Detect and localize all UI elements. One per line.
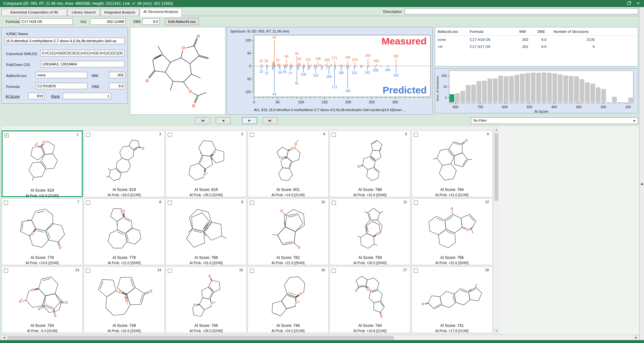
card-checkbox[interactable] bbox=[4, 201, 8, 205]
dbe-input[interactable] bbox=[142, 18, 160, 25]
col-header-formula[interactable]: Formula bbox=[470, 30, 483, 33]
tab-integrated-analysis[interactable]: Integrated Analysis bbox=[100, 9, 139, 16]
structure-card[interactable]: 5OAI Score: 788AI Prob. +31.6 [20/40] bbox=[329, 130, 411, 197]
table-header-separator bbox=[435, 35, 638, 36]
svg-text:100: 100 bbox=[245, 90, 251, 94]
svg-text:242: 242 bbox=[365, 54, 371, 57]
col-header-adduct-loss[interactable]: Adduct/Loss bbox=[438, 30, 458, 33]
molecule-structure: O bbox=[336, 205, 404, 252]
histogram-bar bbox=[569, 76, 573, 102]
structure-card[interactable]: 7OOAI Score: 776AI Prob. +14.6 [22/40] bbox=[2, 198, 83, 265]
compound-window: Compound (ID: 093, RT: 21.96 min, Area: … bbox=[0, 0, 644, 343]
structure-card[interactable]: 11OAI Score: 759AI Prob. +26.0 [20/40] bbox=[329, 198, 411, 265]
structure-card[interactable]: 10OOAI Score: 762AI Prob. +21.9 [25/40] bbox=[248, 198, 329, 265]
svg-text:115: 115 bbox=[306, 58, 311, 62]
scroll-down-icon[interactable]: ▼ bbox=[494, 328, 499, 334]
histogram-bar bbox=[628, 98, 633, 102]
histogram-bar bbox=[558, 74, 563, 102]
pubchem-cid-input[interactable] bbox=[40, 61, 125, 67]
horizontal-scrollbar[interactable]: ◀ ▶ bbox=[1, 335, 639, 340]
svg-text:50: 50 bbox=[276, 100, 279, 104]
tab-elemental-composition[interactable]: Elemental Composition of IM bbox=[1, 9, 67, 16]
mz-input[interactable] bbox=[90, 18, 126, 25]
svg-text:O: O bbox=[213, 150, 216, 154]
card-checkbox[interactable] bbox=[332, 201, 336, 205]
first-page-button[interactable]: |◀ bbox=[195, 117, 210, 124]
structure-card[interactable]: 8OAI Score: 776AI Prob. +11.0 [20/40] bbox=[84, 198, 165, 265]
card-rank-number: 1 bbox=[77, 133, 79, 137]
previous-page-button[interactable]: ◀ bbox=[216, 117, 231, 124]
card-checkbox[interactable] bbox=[86, 133, 90, 137]
tab-ai-structural-analysis[interactable]: AI Structural Analysis bbox=[140, 8, 182, 17]
structure-card[interactable]: 3OOOAI Score: 816AI Prob. +26.0 [22/40] bbox=[166, 130, 247, 197]
col-header-mw[interactable]: MW bbox=[519, 30, 526, 33]
card-checkbox[interactable] bbox=[168, 201, 172, 205]
structure-card[interactable]: 16OOOAI Score: 746AI Prob. +24.2 [21/40] bbox=[248, 266, 329, 333]
structure-card[interactable]: 15OOOAI Score: 748AI Prob. +26.0 [22/40] bbox=[166, 266, 247, 333]
svg-text:302: 302 bbox=[393, 54, 399, 58]
ai-score-box[interactable] bbox=[28, 93, 45, 99]
structure-card[interactable]: 17OOOAI Score: 744AI Prob. +15.8 [21/40] bbox=[329, 266, 411, 333]
horizontal-scroll-thumb[interactable] bbox=[7, 336, 394, 340]
structure-card[interactable]: 14OOOAI Score: 749AI Prob. +31.6 [23/40] bbox=[84, 266, 165, 333]
col-header-num-structures[interactable]: Number of Structures bbox=[554, 30, 589, 33]
vertical-scroll-thumb[interactable] bbox=[494, 133, 498, 201]
structure-card[interactable]: 6OAI Score: 784AI Prob. +31.6 [21/40] bbox=[412, 130, 493, 197]
card-checkbox[interactable] bbox=[86, 269, 90, 273]
scroll-left-icon[interactable]: ◀ bbox=[1, 335, 7, 340]
detail-formula-input[interactable] bbox=[36, 83, 87, 89]
card-ai-prob: AI Prob. -5.4 [21/40] bbox=[2, 329, 82, 333]
ai-score-histogram-plot[interactable]: 110100800700600500400300200100AI Score bbox=[435, 69, 638, 113]
structure-card[interactable]: ✓1OOAI Score: 819AI Prob. +31.6 [21/40] bbox=[2, 130, 83, 197]
card-checkbox[interactable] bbox=[332, 133, 336, 137]
iupac-name-input[interactable] bbox=[5, 38, 125, 44]
card-checkbox-checked[interactable]: ✓ bbox=[5, 133, 9, 138]
maximize-button[interactable] bbox=[625, 1, 632, 6]
next-page-button[interactable]: ▶ bbox=[242, 117, 257, 124]
svg-text:260: 260 bbox=[374, 59, 379, 63]
adduct-loss-input[interactable] bbox=[36, 72, 87, 78]
filter-dropdown[interactable]: No Filter bbox=[471, 117, 638, 124]
card-checkbox[interactable] bbox=[414, 269, 418, 273]
card-checkbox[interactable] bbox=[414, 201, 418, 205]
molecule-structure: OO bbox=[255, 205, 322, 252]
svg-text:1: 1 bbox=[445, 96, 447, 100]
rank-box[interactable] bbox=[63, 93, 111, 99]
rank-link[interactable]: Rank bbox=[51, 94, 60, 98]
detail-dbe-box[interactable] bbox=[109, 83, 125, 89]
last-page-button[interactable]: ▶| bbox=[263, 117, 278, 124]
card-checkbox[interactable] bbox=[250, 201, 254, 205]
structure-card[interactable]: 2OAI Score: 819AI Prob. +26.0 [21/40] bbox=[84, 130, 165, 197]
grid-vertical-scrollbar[interactable]: ▲ ▼ bbox=[493, 127, 499, 334]
close-button[interactable]: × bbox=[634, 0, 643, 7]
structure-card[interactable]: 13OOOOOAI Score: 754AI Prob. -5.4 [21/40… bbox=[2, 266, 83, 333]
description-input[interactable] bbox=[404, 8, 638, 14]
structure-card[interactable]: 9AI Score: 768AI Prob. +31.6 [22/40] bbox=[166, 198, 247, 265]
card-checkbox[interactable] bbox=[168, 269, 172, 273]
canonical-smiles-input[interactable] bbox=[40, 50, 125, 56]
card-rank-number: 14 bbox=[157, 268, 161, 272]
tab-library-search[interactable]: Library Search bbox=[68, 9, 100, 16]
ai-score-link[interactable]: AI Score bbox=[5, 94, 20, 98]
scroll-up-icon[interactable]: ▲ bbox=[494, 127, 499, 132]
scroll-right-icon[interactable]: ▶ bbox=[633, 335, 639, 340]
card-checkbox[interactable] bbox=[168, 133, 172, 137]
col-header-dbe[interactable]: DBE bbox=[537, 30, 545, 33]
side-panel-collapse-strip[interactable]: ◀ bbox=[639, 7, 644, 340]
iupac-name-label: IUPAC Name bbox=[6, 32, 28, 36]
structure-card[interactable]: 12OOAI Score: 756AI Prob. +31.6 [20/40] bbox=[412, 198, 493, 265]
card-checkbox[interactable] bbox=[86, 201, 90, 205]
card-checkbox[interactable] bbox=[250, 133, 254, 137]
measured-label: Measured bbox=[382, 36, 427, 47]
mw-value-box[interactable] bbox=[109, 72, 125, 78]
formula-input[interactable] bbox=[20, 18, 73, 25]
card-checkbox[interactable] bbox=[4, 269, 8, 273]
structure-card[interactable]: 4OOOAI Score: 801AI Prob. +14.9 [21/40] bbox=[248, 130, 329, 197]
svg-text:171: 171 bbox=[332, 85, 337, 89]
structure-card[interactable]: 18OAI Score: 741AI Prob. +17.8 [21/40] bbox=[412, 266, 493, 333]
card-checkbox[interactable] bbox=[250, 269, 254, 273]
card-checkbox[interactable] bbox=[332, 269, 336, 273]
card-checkbox[interactable] bbox=[414, 133, 418, 137]
cell-num-structures: 0 bbox=[554, 45, 595, 49]
edit-adduct-loss-button[interactable]: Edit Adduct/Loss bbox=[165, 18, 199, 25]
